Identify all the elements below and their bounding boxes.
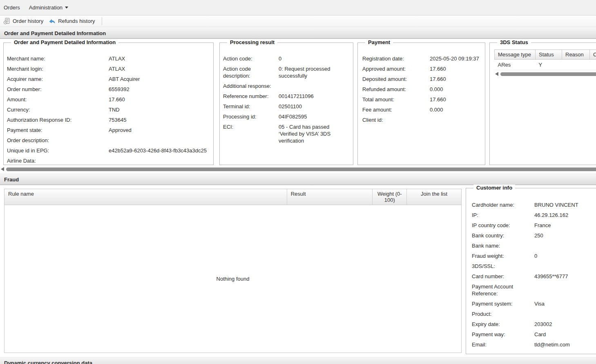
fraud-column-header[interactable]: Weight (0-100): [373, 189, 407, 205]
order-history-label: Order history: [13, 18, 43, 24]
order-history-icon: [3, 18, 10, 25]
field-value: 17.660: [109, 96, 210, 103]
field-value: 17.660: [430, 65, 482, 72]
fieldset-payment: Payment Registration date: 2025-05-20 09…: [357, 42, 485, 165]
fieldset-order-info-legend: Order and Payment Detailed Information: [11, 39, 118, 45]
field-value: 439655**6777: [534, 273, 596, 280]
field-row: Card number: 439655**6777: [472, 271, 596, 281]
field-label: Payment system:: [472, 300, 534, 307]
field-label: Acquirer name:: [7, 76, 109, 83]
fraud-table-header: Rule name Result Weight (0-100) Join the…: [4, 189, 461, 205]
menu-item-orders-label: Orders: [4, 4, 20, 11]
field-row: Unique id in EPG: e42b52a9-6203-426d-8f4…: [7, 145, 210, 156]
threeds-cell-message-type: ARes: [495, 60, 536, 70]
field-value: 250: [534, 232, 596, 239]
field-row: Deposited amount: 17.660: [362, 74, 482, 84]
fieldset-customer-info: Customer info Cardholder name: BRUNO VIN…: [466, 188, 596, 354]
field-value: 753645: [109, 116, 210, 123]
menu-item-orders[interactable]: Orders: [4, 3, 24, 12]
field-row: Currency: TND: [7, 105, 210, 115]
field-value: 05 - Card has passed ‘Verified by VISA’ …: [279, 123, 350, 144]
field-label: Additional response:: [223, 83, 279, 89]
field-row: Order description:: [7, 135, 210, 145]
field-row: Refunded amount: 0.000: [362, 84, 482, 94]
threeds-column-header[interactable]: Reason: [562, 50, 590, 60]
field-row: Processing id: 04IF082595: [223, 112, 350, 122]
field-value: [430, 116, 482, 123]
field-label: Registration date:: [362, 55, 430, 62]
field-label: Action code description:: [223, 65, 279, 79]
field-row: Client id:: [362, 115, 482, 125]
field-value: 0: [279, 55, 350, 62]
field-label: Payment state:: [7, 127, 109, 134]
fraud-column-header[interactable]: Result: [287, 189, 373, 205]
field-row: Acquirer name: ABT Acquirer: [7, 74, 210, 84]
field-label: Refunded amount:: [362, 86, 430, 93]
field-row: Product:: [472, 309, 596, 319]
field-label: Reference number:: [223, 93, 279, 100]
fieldset-customer-info-legend: Customer info: [473, 185, 515, 191]
menu-item-administration[interactable]: Administration: [29, 3, 72, 12]
fraud-column-header[interactable]: Join the list: [407, 189, 461, 205]
fieldset-threeds-status-legend: 3DS Status: [497, 39, 531, 45]
field-label: Payment way:: [472, 331, 534, 338]
threeds-row[interactable]: ARes Y: [495, 60, 596, 70]
toolbar: Order history Refunds history: [0, 16, 596, 27]
field-value: [534, 283, 596, 297]
menu-item-administration-label: Administration: [29, 4, 63, 11]
field-value: e42b52a9-6203-426d-8f43-fb3c43a3dc25: [109, 147, 210, 154]
field-value: ATLAX: [109, 65, 210, 72]
field-value: 04IF082595: [279, 113, 350, 120]
field-row: ECI: 05 - Card has passed ‘Verified by V…: [223, 122, 350, 146]
field-row: Fraud weight: 0: [472, 251, 596, 261]
fraud-table: Rule name Result Weight (0-100) Join the…: [4, 189, 462, 353]
order-history-button[interactable]: Order history: [2, 16, 47, 26]
field-value: 02501100: [279, 103, 350, 110]
fieldset-payment-legend: Payment: [365, 39, 393, 45]
scrollbar-thumb[interactable]: [500, 72, 596, 76]
field-label: Cardholder name:: [472, 201, 534, 208]
field-row: Merchant login: ATLAX: [7, 64, 210, 74]
main-h-scrollbar[interactable]: [0, 167, 596, 172]
field-row: Payment state: Approved: [7, 125, 210, 135]
field-value: 0.000: [430, 106, 482, 113]
refunds-history-button[interactable]: Refunds history: [47, 16, 98, 26]
threeds-column-header[interactable]: C: [590, 50, 596, 60]
field-value: ABT Acquirer: [109, 76, 210, 83]
field-row: Order number: 6559392: [7, 84, 210, 94]
dcc-section-bar: Dynamic currency conversion data: [0, 357, 596, 364]
fraud-title: Fraud: [4, 176, 19, 183]
field-value: 0.000: [430, 86, 482, 93]
fraud-empty-text: Nothing found: [217, 276, 250, 282]
page-title-bar: Order and Payment Detailed Information: [0, 27, 596, 39]
field-label: Order description:: [7, 137, 109, 144]
field-row: Cardholder name: BRUNO VINCENT: [472, 200, 596, 210]
scroll-left-icon[interactable]: [495, 72, 498, 76]
field-value: [279, 83, 350, 89]
field-row: IP: 46.29.126.162: [472, 210, 596, 220]
field-row: Reference number: 001417211096: [223, 91, 350, 101]
field-label: Fee amount:: [362, 106, 430, 113]
scrollbar-thumb[interactable]: [6, 167, 596, 171]
field-row: Expiry date: 203002: [472, 319, 596, 329]
field-value: 2025-05-20 09:19:37: [430, 55, 482, 62]
field-label: Payment Account Reference:: [472, 283, 534, 297]
field-label: Deposited amount:: [362, 76, 430, 83]
field-label: Card number:: [472, 273, 534, 280]
field-value: [109, 157, 210, 164]
dcc-title: Dynamic currency conversion data: [4, 360, 92, 364]
field-row: 3DS/SSL:: [472, 261, 596, 271]
field-row: Amount: 17.660: [7, 94, 210, 105]
field-label: Product:: [472, 310, 534, 317]
field-row: Bank country: 250: [472, 230, 596, 241]
threeds-h-scrollbar[interactable]: [494, 71, 596, 76]
fraud-column-header[interactable]: Rule name: [4, 189, 287, 205]
field-row: Approved amount: 17.660: [362, 64, 482, 74]
field-value: [534, 263, 596, 270]
field-label: Terminal id:: [223, 103, 279, 110]
scroll-left-icon[interactable]: [1, 167, 4, 171]
threeds-column-header[interactable]: Status: [536, 50, 562, 60]
field-row: Payment way: Card: [472, 329, 596, 339]
threeds-column-header[interactable]: Message type: [495, 50, 536, 60]
field-row: IP country code: France: [472, 220, 596, 230]
